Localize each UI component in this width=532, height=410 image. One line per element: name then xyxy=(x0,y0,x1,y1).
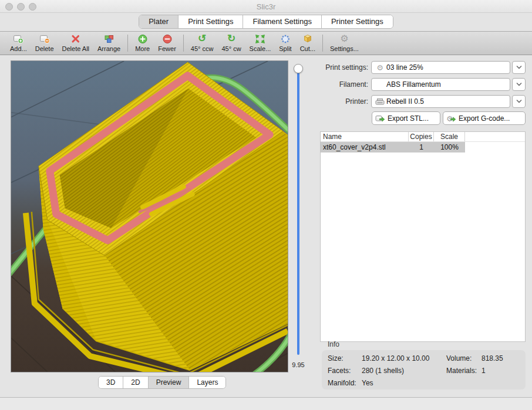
toolbar-more-label: More xyxy=(135,45,150,53)
toolbar-scale-label: Scale... xyxy=(250,45,271,53)
toolbar-rotate-ccw-label: 45° ccw xyxy=(191,45,214,53)
table-header-row: Name Copies Scale xyxy=(321,132,525,142)
tab-plater[interactable]: Plater xyxy=(139,15,178,28)
tab-layers[interactable]: Layers xyxy=(188,377,225,388)
toolbar-separator xyxy=(183,35,184,52)
export-gcode-label: Export G-code... xyxy=(459,114,510,123)
title-bar: Slic3r xyxy=(0,0,532,13)
manifold-label: Manifold: xyxy=(328,379,356,387)
info-box: Size: 19.20 x 12.00 x 10.00 Volume: 818.… xyxy=(322,350,526,389)
more-plus-icon xyxy=(137,33,149,45)
rotate-ccw-icon: ↺ xyxy=(198,33,206,45)
export-stl-icon xyxy=(375,114,385,123)
column-header-name[interactable]: Name xyxy=(321,132,409,141)
toolbar-split-button[interactable]: Split xyxy=(275,32,295,55)
toolbar-cut-label: Cut... xyxy=(300,45,315,53)
volume-value: 818.35 xyxy=(482,354,503,362)
delete-box-icon xyxy=(39,33,50,45)
facets-label: Facets: xyxy=(328,367,351,375)
toolbar-add-label: Add... xyxy=(10,45,27,53)
cut-box-icon xyxy=(302,33,314,45)
size-value: 19.20 x 12.00 x 10.00 xyxy=(362,354,429,362)
filament-label: Filament: xyxy=(294,78,368,91)
object-scale-cell: 100% xyxy=(434,142,465,153)
column-header-spacer xyxy=(465,132,525,141)
arrange-cubes-icon xyxy=(103,33,115,45)
size-label: Size: xyxy=(328,354,344,362)
print-settings-select[interactable]: ⚙ 03 line 25% xyxy=(371,61,510,74)
scale-arrows-icon xyxy=(254,33,266,45)
tab-preview[interactable]: Preview xyxy=(148,377,189,388)
sliced-object-preview xyxy=(11,61,288,372)
toolbar-arrange-button[interactable]: Arrange xyxy=(93,32,124,55)
toolbar-rotate-cw-button[interactable]: ↻ 45° cw xyxy=(217,32,245,55)
column-header-scale[interactable]: Scale xyxy=(434,132,465,141)
gear-icon: ⚙ xyxy=(340,33,348,45)
tab-2d[interactable]: 2D xyxy=(123,377,147,388)
tab-3d[interactable]: 3D xyxy=(99,377,123,388)
printer-dropdown-button[interactable] xyxy=(512,95,526,108)
toolbar-fewer-label: Fewer xyxy=(158,45,176,53)
split-dots-icon xyxy=(280,33,291,45)
object-list-table: Name Copies Scale xt60_cover_v2p4.stl 1 … xyxy=(320,131,526,342)
filament-dropdown-button[interactable] xyxy=(512,78,526,91)
facets-value: 280 (1 shells) xyxy=(362,367,404,375)
slic3r-window: Slic3r Plater Print Settings Filament Se… xyxy=(0,0,532,410)
toolbar-delete-button[interactable]: Delete xyxy=(31,32,58,55)
printer-value: Rebell II 0.5 xyxy=(386,97,424,106)
export-stl-button[interactable]: Export STL... xyxy=(372,111,440,125)
chevron-down-icon xyxy=(516,98,523,105)
materials-value: 1 xyxy=(482,367,486,375)
tab-printer-settings[interactable]: Printer Settings xyxy=(321,15,393,28)
gear-icon: ⚙ xyxy=(375,63,385,72)
object-name-cell: xt60_cover_v2p4.stl xyxy=(321,142,409,153)
rotate-cw-icon: ↻ xyxy=(227,33,235,45)
toolbar-split-label: Split xyxy=(279,45,291,53)
filament-value: ABS Fillamentum xyxy=(386,80,441,89)
main-tab-bar: Plater Print Settings Filament Settings … xyxy=(0,15,532,30)
toolbar-delete-all-button[interactable]: Delete All xyxy=(58,32,93,55)
printer-select[interactable]: Rebell II 0.5 xyxy=(371,95,510,108)
toolbar-delete-all-label: Delete All xyxy=(62,45,89,53)
column-header-copies[interactable]: Copies xyxy=(409,132,434,141)
toolbar-separator xyxy=(127,35,128,52)
export-gcode-button[interactable]: ⚙ Export G-code... xyxy=(443,111,526,125)
toolbar-fewer-button[interactable]: Fewer xyxy=(154,32,180,55)
tab-print-settings[interactable]: Print Settings xyxy=(178,15,243,28)
window-title: Slic3r xyxy=(0,2,532,11)
materials-label: Materials: xyxy=(446,367,477,375)
add-box-icon xyxy=(12,33,24,45)
toolbar-settings-label: Settings... xyxy=(330,45,359,53)
object-copies-cell: 1 xyxy=(409,142,434,153)
table-row[interactable]: xt60_cover_v2p4.stl 1 100% xyxy=(321,142,525,153)
export-gcode-icon: ⚙ xyxy=(446,114,456,123)
print-settings-dropdown-button[interactable] xyxy=(512,61,526,74)
toolbar-more-button[interactable]: More xyxy=(131,32,154,55)
toolbar-rotate-ccw-button[interactable]: ↺ 45° ccw xyxy=(187,32,218,55)
info-section-title: Info xyxy=(328,340,339,348)
toolbar-cut-button[interactable]: Cut... xyxy=(296,32,319,55)
chevron-down-icon xyxy=(516,81,523,88)
view-tab-bar: 3D 2D Preview Layers xyxy=(98,376,226,389)
layer-slider-track[interactable] xyxy=(297,68,299,355)
fewer-minus-icon xyxy=(161,33,173,45)
view-tab-group: 3D 2D Preview Layers xyxy=(98,376,226,389)
filament-select[interactable]: ABS Fillamentum xyxy=(371,78,510,91)
toolbar-settings-button[interactable]: ⚙ Settings... xyxy=(326,32,363,55)
main-tab-group: Plater Print Settings Filament Settings … xyxy=(139,15,393,29)
toolbar-add-button[interactable]: Add... xyxy=(6,32,31,55)
print-settings-label: Print settings: xyxy=(294,61,368,74)
chevron-down-icon xyxy=(516,64,523,71)
toolbar-rotate-cw-label: 45° cw xyxy=(221,45,241,53)
toolbar-scale-button[interactable]: Scale... xyxy=(245,32,275,55)
print-settings-value: 03 line 25% xyxy=(386,63,423,72)
toolbar-separator xyxy=(322,35,323,52)
manifold-value: Yes xyxy=(362,379,373,387)
delete-all-icon xyxy=(70,33,82,45)
3d-viewport[interactable] xyxy=(11,60,288,372)
tab-filament-settings[interactable]: Filament Settings xyxy=(243,15,321,28)
printer-label: Printer: xyxy=(294,95,368,108)
printer-icon xyxy=(375,98,385,106)
layer-slider-value: 9.95 xyxy=(287,361,310,368)
volume-label: Volume: xyxy=(446,354,472,362)
